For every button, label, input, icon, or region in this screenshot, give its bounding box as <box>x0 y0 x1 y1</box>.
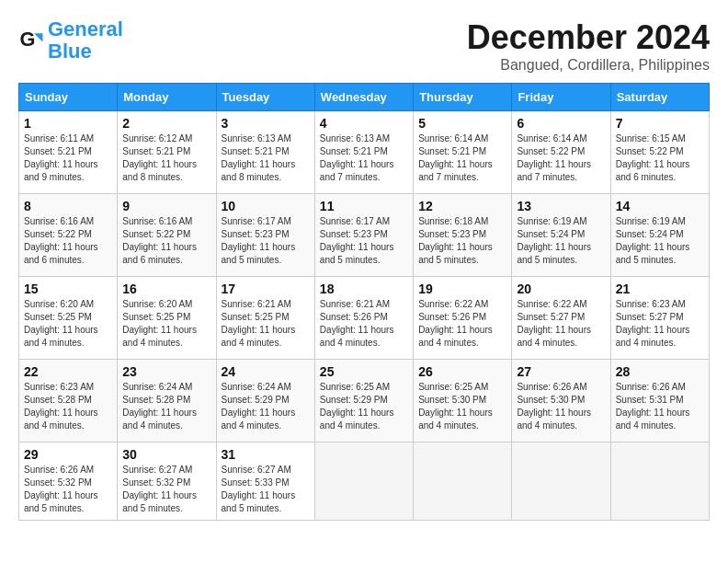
calendar-cell <box>512 442 610 521</box>
calendar-cell: 4 Sunrise: 6:13 AM Sunset: 5:21 PM Dayli… <box>314 111 413 194</box>
calendar-cell: 15 Sunrise: 6:20 AM Sunset: 5:25 PM Dayl… <box>19 277 118 360</box>
day-number: 11 <box>320 199 408 213</box>
svg-text:G: G <box>20 28 36 51</box>
day-number: 2 <box>122 116 210 131</box>
calendar-body: 1 Sunrise: 6:11 AM Sunset: 5:21 PM Dayli… <box>19 111 710 521</box>
calendar-cell: 27 Sunrise: 6:26 AM Sunset: 5:30 PM Dayl… <box>512 360 610 442</box>
day-info: Sunrise: 6:20 AM Sunset: 5:25 PM Dayligh… <box>24 298 112 350</box>
calendar-cell: 9 Sunrise: 6:16 AM Sunset: 5:22 PM Dayli… <box>118 194 216 277</box>
day-info: Sunrise: 6:11 AM Sunset: 5:21 PM Dayligh… <box>24 132 112 184</box>
day-number: 22 <box>24 364 112 379</box>
calendar-cell: 29 Sunrise: 6:26 AM Sunset: 5:32 PM Dayl… <box>19 442 118 521</box>
calendar-cell: 24 Sunrise: 6:24 AM Sunset: 5:29 PM Dayl… <box>216 360 314 442</box>
day-number: 6 <box>517 116 605 131</box>
weekday-header: Sunday <box>19 84 118 111</box>
logo: G GeneralBlue <box>18 18 123 63</box>
calendar-cell: 6 Sunrise: 6:14 AM Sunset: 5:22 PM Dayli… <box>512 111 610 194</box>
calendar-cell: 20 Sunrise: 6:22 AM Sunset: 5:27 PM Dayl… <box>512 277 610 360</box>
day-info: Sunrise: 6:22 AM Sunset: 5:27 PM Dayligh… <box>517 298 605 350</box>
calendar-cell: 25 Sunrise: 6:25 AM Sunset: 5:29 PM Dayl… <box>314 360 413 442</box>
calendar-cell <box>610 442 709 521</box>
day-number: 29 <box>24 447 112 462</box>
calendar-cell: 13 Sunrise: 6:19 AM Sunset: 5:24 PM Dayl… <box>512 194 610 277</box>
day-info: Sunrise: 6:26 AM Sunset: 5:30 PM Dayligh… <box>517 381 605 432</box>
weekday-header: Wednesday <box>314 84 413 111</box>
day-info: Sunrise: 6:19 AM Sunset: 5:24 PM Dayligh… <box>616 215 704 267</box>
weekday-header: Thursday <box>414 84 512 111</box>
day-info: Sunrise: 6:23 AM Sunset: 5:28 PM Dayligh… <box>24 381 112 432</box>
calendar-cell: 7 Sunrise: 6:15 AM Sunset: 5:22 PM Dayli… <box>610 111 709 194</box>
calendar-cell: 28 Sunrise: 6:26 AM Sunset: 5:31 PM Dayl… <box>610 360 709 442</box>
calendar-cell: 30 Sunrise: 6:27 AM Sunset: 5:32 PM Dayl… <box>118 442 216 521</box>
day-info: Sunrise: 6:25 AM Sunset: 5:29 PM Dayligh… <box>320 381 408 432</box>
calendar-cell: 16 Sunrise: 6:20 AM Sunset: 5:25 PM Dayl… <box>118 277 216 360</box>
day-number: 23 <box>122 364 210 379</box>
day-number: 26 <box>418 364 506 379</box>
day-number: 3 <box>222 116 310 131</box>
calendar-cell: 22 Sunrise: 6:23 AM Sunset: 5:28 PM Dayl… <box>19 360 118 442</box>
day-number: 28 <box>616 364 704 379</box>
day-number: 17 <box>222 282 310 296</box>
day-number: 9 <box>122 199 210 213</box>
day-info: Sunrise: 6:16 AM Sunset: 5:22 PM Dayligh… <box>24 215 112 267</box>
day-number: 14 <box>616 199 704 213</box>
calendar-cell: 26 Sunrise: 6:25 AM Sunset: 5:30 PM Dayl… <box>414 360 512 442</box>
day-number: 5 <box>418 116 506 131</box>
calendar-cell: 10 Sunrise: 6:17 AM Sunset: 5:23 PM Dayl… <box>216 194 314 277</box>
day-info: Sunrise: 6:15 AM Sunset: 5:22 PM Dayligh… <box>616 132 704 184</box>
calendar-cell <box>414 442 512 521</box>
day-info: Sunrise: 6:12 AM Sunset: 5:21 PM Dayligh… <box>122 132 210 184</box>
day-number: 30 <box>122 447 210 462</box>
calendar-header: SundayMondayTuesdayWednesdayThursdayFrid… <box>19 84 710 111</box>
day-number: 7 <box>616 116 704 131</box>
day-info: Sunrise: 6:20 AM Sunset: 5:25 PM Dayligh… <box>122 298 210 350</box>
day-info: Sunrise: 6:26 AM Sunset: 5:32 PM Dayligh… <box>24 464 112 515</box>
day-number: 16 <box>122 282 210 296</box>
calendar-cell: 21 Sunrise: 6:23 AM Sunset: 5:27 PM Dayl… <box>610 277 709 360</box>
day-info: Sunrise: 6:23 AM Sunset: 5:27 PM Dayligh… <box>616 298 704 350</box>
day-number: 24 <box>222 364 310 379</box>
svg-marker-1 <box>34 33 42 41</box>
calendar-cell: 23 Sunrise: 6:24 AM Sunset: 5:28 PM Dayl… <box>118 360 216 442</box>
page-header: G GeneralBlue December 2024 Bangued, Cor… <box>18 18 710 74</box>
day-number: 12 <box>418 199 506 213</box>
day-number: 31 <box>222 447 310 462</box>
day-info: Sunrise: 6:13 AM Sunset: 5:21 PM Dayligh… <box>222 132 310 184</box>
logo-icon: G <box>18 28 44 53</box>
calendar-cell <box>314 442 413 521</box>
logo-text: GeneralBlue <box>48 18 123 63</box>
day-info: Sunrise: 6:17 AM Sunset: 5:23 PM Dayligh… <box>320 215 408 267</box>
day-number: 25 <box>320 364 408 379</box>
day-number: 18 <box>320 282 408 296</box>
calendar-cell: 17 Sunrise: 6:21 AM Sunset: 5:25 PM Dayl… <box>216 277 314 360</box>
calendar-cell: 18 Sunrise: 6:21 AM Sunset: 5:26 PM Dayl… <box>314 277 413 360</box>
day-number: 8 <box>24 199 112 213</box>
calendar-cell: 1 Sunrise: 6:11 AM Sunset: 5:21 PM Dayli… <box>19 111 118 194</box>
day-info: Sunrise: 6:24 AM Sunset: 5:29 PM Dayligh… <box>222 381 310 432</box>
day-info: Sunrise: 6:19 AM Sunset: 5:24 PM Dayligh… <box>517 215 605 267</box>
day-number: 27 <box>517 364 605 379</box>
title-block: December 2024 Bangued, Cordillera, Phili… <box>467 18 710 74</box>
day-number: 19 <box>418 282 506 296</box>
day-number: 20 <box>517 282 605 296</box>
calendar-cell: 31 Sunrise: 6:27 AM Sunset: 5:33 PM Dayl… <box>216 442 314 521</box>
day-info: Sunrise: 6:27 AM Sunset: 5:32 PM Dayligh… <box>122 464 210 515</box>
day-info: Sunrise: 6:26 AM Sunset: 5:31 PM Dayligh… <box>616 381 704 432</box>
day-info: Sunrise: 6:14 AM Sunset: 5:22 PM Dayligh… <box>517 132 605 184</box>
weekday-header: Friday <box>512 84 610 111</box>
weekday-header: Tuesday <box>216 84 314 111</box>
day-number: 4 <box>320 116 408 131</box>
location-title: Bangued, Cordillera, Philippines <box>467 57 710 74</box>
calendar-cell: 5 Sunrise: 6:14 AM Sunset: 5:21 PM Dayli… <box>414 111 512 194</box>
day-number: 15 <box>24 282 112 296</box>
day-info: Sunrise: 6:17 AM Sunset: 5:23 PM Dayligh… <box>222 215 310 267</box>
day-info: Sunrise: 6:21 AM Sunset: 5:26 PM Dayligh… <box>320 298 408 350</box>
day-info: Sunrise: 6:24 AM Sunset: 5:28 PM Dayligh… <box>122 381 210 432</box>
day-info: Sunrise: 6:16 AM Sunset: 5:22 PM Dayligh… <box>122 215 210 267</box>
weekday-header: Saturday <box>610 84 709 111</box>
day-info: Sunrise: 6:13 AM Sunset: 5:21 PM Dayligh… <box>320 132 408 184</box>
day-number: 10 <box>222 199 310 213</box>
day-info: Sunrise: 6:14 AM Sunset: 5:21 PM Dayligh… <box>418 132 506 184</box>
calendar-cell: 8 Sunrise: 6:16 AM Sunset: 5:22 PM Dayli… <box>19 194 118 277</box>
calendar-cell: 11 Sunrise: 6:17 AM Sunset: 5:23 PM Dayl… <box>314 194 413 277</box>
